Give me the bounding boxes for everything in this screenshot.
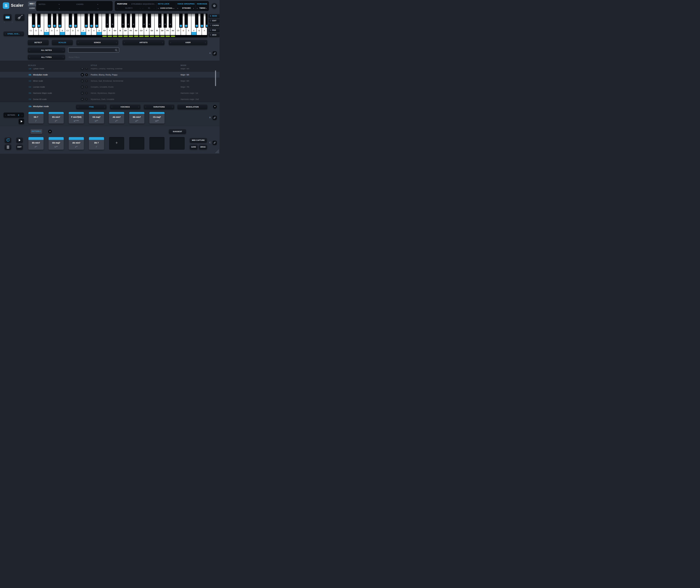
piano-keyboard[interactable]: C1DEFGABC2DEFGABC#FG#BD#F#A#C#FG#BD#F#A#… bbox=[28, 13, 207, 37]
scale-row-dorian-b5-scale[interactable]: C#Dorian b5 scale▶iMysterious, Dark, Uns… bbox=[0, 96, 220, 102]
chevron-left-icon[interactable]: ‹ bbox=[197, 7, 198, 9]
search-input[interactable] bbox=[70, 48, 112, 52]
chevron-left-icon[interactable]: ‹ bbox=[158, 7, 159, 9]
black-key[interactable] bbox=[200, 14, 204, 28]
black-key[interactable] bbox=[58, 14, 61, 28]
chevron-right-icon[interactable]: › bbox=[174, 7, 174, 9]
chevron-right-icon[interactable]: › bbox=[22, 114, 22, 116]
chevron-right-icon[interactable]: › bbox=[63, 49, 64, 51]
chevron-left-icon[interactable]: ‹ bbox=[143, 7, 143, 9]
add-chord-slot[interactable]: + bbox=[109, 137, 124, 150]
black-key[interactable] bbox=[206, 14, 207, 28]
chord-card-gb-maj7[interactable]: Gb maj7IVM7 bbox=[49, 137, 64, 150]
tab-audio[interactable]: AUDIO bbox=[28, 6, 36, 11]
chevron-right-icon[interactable]: › bbox=[206, 7, 207, 9]
humanize-toggle[interactable]: HUMANIZE bbox=[197, 3, 207, 5]
chevron-right-icon[interactable]: › bbox=[116, 41, 117, 44]
row-info-button[interactable]: i bbox=[85, 80, 88, 82]
row-info-button[interactable]: i bbox=[85, 73, 88, 76]
chevron-left-icon[interactable]: ‹ bbox=[177, 7, 178, 9]
black-key[interactable]: ✕ bbox=[121, 14, 125, 28]
play-pattern-button[interactable] bbox=[16, 137, 23, 143]
chord-card-db-7[interactable]: Db 7I7 bbox=[28, 112, 44, 123]
view-tab-pad[interactable]: 4PAD bbox=[209, 28, 220, 32]
scale-row-lydian-mode[interactable]: DbLydian mode▶iHopeful, Dreamy, Yearning… bbox=[0, 66, 220, 72]
chord-card-f-min7-b5-[interactable]: F min7(b5)iiim7(b5) bbox=[69, 112, 84, 123]
black-key[interactable]: ✕ bbox=[158, 14, 161, 28]
chevron-right-icon[interactable]: › bbox=[63, 56, 64, 58]
chevron-right-icon[interactable]: › bbox=[162, 41, 163, 44]
black-key[interactable] bbox=[69, 14, 72, 28]
view-tab-edit[interactable]: 2EDIT bbox=[209, 19, 220, 23]
instrument-selector[interactable]: ‹ STEEL ACO... › bbox=[3, 31, 24, 36]
loop-button[interactable] bbox=[5, 137, 11, 143]
drag-button[interactable]: DRAG bbox=[199, 145, 207, 149]
black-key[interactable] bbox=[32, 14, 35, 28]
black-key[interactable] bbox=[195, 14, 198, 28]
reset-filters-button[interactable]: Reset Filters bbox=[69, 56, 80, 58]
row-c-link-button[interactable] bbox=[213, 141, 217, 145]
black-key[interactable]: ✕ bbox=[106, 14, 109, 28]
row-info-button[interactable]: i bbox=[85, 92, 88, 95]
row-play-button[interactable]: ▶ bbox=[81, 73, 84, 76]
row-a-link-button[interactable] bbox=[213, 51, 217, 55]
play-scale-button[interactable] bbox=[19, 119, 24, 124]
black-key[interactable] bbox=[85, 14, 88, 28]
row-play-button[interactable]: ▶ bbox=[81, 91, 84, 95]
row-info-button[interactable]: i bbox=[85, 86, 88, 88]
row-play-button[interactable]: ▶ bbox=[81, 67, 84, 70]
table-scrollbar[interactable] bbox=[215, 70, 216, 86]
chevron-left-icon[interactable]: ‹ bbox=[117, 7, 118, 9]
chevron-left-icon[interactable]: ‹ bbox=[129, 3, 130, 5]
chord-card-gb-maj7[interactable]: Gb maj7IVM7 bbox=[89, 112, 104, 123]
row-info-button[interactable]: i bbox=[85, 67, 88, 70]
scale-row-minor-scale[interactable]: C#Minor scale▶iSerious, Sad, Emotional, … bbox=[0, 78, 220, 84]
chevron-right-icon[interactable]: › bbox=[205, 41, 206, 44]
view-tab-mod[interactable]: 5MOD bbox=[209, 33, 220, 37]
view-tab-chord[interactable]: 3CHORD bbox=[209, 24, 220, 27]
scale-row-mixolydian-mode[interactable]: DbMixolydian mode▶iPositive, Bluesy, Roc… bbox=[0, 72, 220, 78]
scale-row-locrian-mode[interactable]: C#Locrian mode▶iComplex, Unstable, Exoti… bbox=[0, 84, 220, 90]
black-key[interactable] bbox=[37, 14, 40, 28]
voice-grouping-toggle[interactable]: VOICE GROUPING bbox=[177, 3, 195, 5]
black-key[interactable] bbox=[74, 14, 77, 28]
all-notes-selector[interactable]: ‹ ALL NOTES › bbox=[28, 47, 65, 53]
midi-capture-button[interactable]: MIDI CAPTURE bbox=[190, 138, 207, 143]
chevron-left-icon[interactable]: ‹ bbox=[5, 114, 6, 116]
prev-arrow[interactable]: ‹ bbox=[4, 21, 5, 23]
black-key[interactable] bbox=[185, 14, 188, 28]
octave-control[interactable]: ‹ OCTAVE: 2 › bbox=[3, 113, 24, 118]
black-key[interactable] bbox=[53, 14, 56, 28]
chord-card-bb-min7[interactable]: Bb min7vim7 bbox=[129, 112, 144, 123]
scale-row-harmonic-major-scale[interactable]: DbHarmonic Major scale▶iHeroic, Mysterio… bbox=[0, 90, 220, 96]
voicings-selector[interactable]: ‹ VOICINGS › bbox=[110, 104, 140, 109]
row-b-link-button[interactable] bbox=[213, 116, 217, 120]
modulation-button[interactable]: MODULATION bbox=[177, 104, 207, 109]
guitar-view-button[interactable] bbox=[15, 14, 25, 21]
tab-scales[interactable]: SCALES bbox=[52, 40, 73, 45]
chevron-right-icon[interactable]: › bbox=[138, 106, 139, 108]
settings-button[interactable] bbox=[212, 3, 217, 9]
black-key[interactable]: ✕ bbox=[111, 14, 114, 28]
resize-grip[interactable] bbox=[215, 149, 219, 153]
chevron-right-icon[interactable]: › bbox=[172, 106, 173, 108]
save-button[interactable]: SAVE bbox=[190, 145, 198, 149]
black-key[interactable]: ✕ bbox=[142, 14, 146, 28]
row-play-button[interactable]: ▶ bbox=[81, 98, 84, 101]
chevron-right-icon[interactable]: › bbox=[104, 106, 105, 108]
chord-card-ab-min7[interactable]: Ab min7vm7 bbox=[109, 112, 124, 123]
black-key[interactable] bbox=[48, 14, 51, 28]
chord-card-ab-min7[interactable]: Ab min7vm7 bbox=[69, 137, 84, 150]
black-key[interactable]: ✕ bbox=[127, 14, 130, 28]
black-key[interactable] bbox=[90, 14, 93, 28]
keyboard-view-button[interactable] bbox=[3, 14, 11, 21]
chord-card-db-7[interactable]: Db 7I7 bbox=[89, 137, 104, 150]
tab-midi[interactable]: MIDI ! bbox=[28, 2, 36, 6]
suggest-button[interactable]: SUGGEST bbox=[169, 129, 186, 134]
row-play-button[interactable]: ▶ bbox=[81, 85, 84, 89]
chevron-right-icon[interactable]: › bbox=[193, 7, 194, 9]
perform-title[interactable]: PERFORM bbox=[117, 3, 127, 5]
black-key[interactable]: ✕ bbox=[164, 14, 167, 28]
variations-selector[interactable]: ‹ VARIATIONS › bbox=[144, 104, 174, 109]
empty-chord-slot[interactable] bbox=[149, 137, 165, 150]
